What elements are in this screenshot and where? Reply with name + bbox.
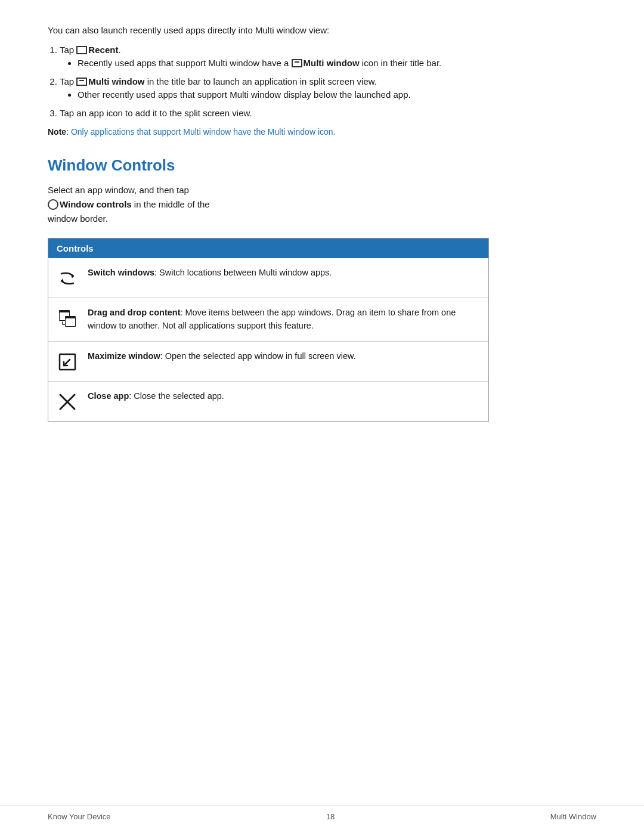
section-title: Window Controls bbox=[48, 156, 489, 175]
table-row: Maximize window: Open the selected app w… bbox=[48, 342, 488, 382]
multi-window-icon-2 bbox=[76, 78, 87, 86]
section-intro-line4: window border. bbox=[48, 213, 108, 224]
step-1-text: Tap Recent. bbox=[60, 45, 121, 55]
multi-window-label: Multi window bbox=[304, 58, 360, 68]
svg-rect-7 bbox=[66, 317, 75, 318]
switch-windows-text: Switch windows: Switch locations between… bbox=[88, 267, 480, 280]
window-controls-circle-icon bbox=[48, 199, 58, 210]
intro-paragraph: You can also launch recently used apps d… bbox=[48, 24, 489, 38]
step-1: Tap Recent. Recently used apps that supp… bbox=[60, 44, 489, 70]
close-app-label: Close app bbox=[88, 391, 129, 401]
step-2-bullet-1: Other recently used apps that support Mu… bbox=[78, 88, 489, 102]
maximize-icon-cell bbox=[57, 350, 88, 373]
section-intro-bold: Window controls bbox=[60, 199, 132, 209]
step-2-bold: Multi window bbox=[88, 76, 144, 86]
note-paragraph: Note: Only applications that support Mul… bbox=[48, 126, 489, 138]
table-row: Switch windows: Switch locations between… bbox=[48, 258, 488, 298]
section-intro-line1: Select an app window, and then tap bbox=[48, 185, 189, 195]
step-3-text: Tap an app icon to add it to the split s… bbox=[60, 108, 252, 118]
switch-windows-icon-cell bbox=[57, 267, 88, 289]
controls-header: Controls bbox=[48, 239, 488, 258]
close-app-icon bbox=[57, 391, 78, 413]
note-label: Note bbox=[48, 127, 66, 137]
step-2-text: Tap Multi window in the title bar to lau… bbox=[60, 76, 377, 86]
page-footer: Know Your Device 18 Multi Window bbox=[0, 806, 644, 821]
switch-windows-icon bbox=[57, 268, 78, 289]
footer-right: Multi Window bbox=[550, 812, 596, 821]
drag-drop-label: Drag and drop content bbox=[88, 308, 180, 317]
table-row: Close app: Close the selected app. bbox=[48, 382, 488, 421]
drag-drop-text: Drag and drop content: Move items betwee… bbox=[88, 306, 480, 333]
step-2-bullets: Other recently used apps that support Mu… bbox=[78, 88, 489, 102]
switch-windows-label: Switch windows bbox=[88, 268, 154, 277]
section-intro-line3: in the middle of the bbox=[132, 199, 210, 209]
close-app-desc: : Close the selected app. bbox=[129, 391, 224, 401]
drag-drop-icon bbox=[57, 308, 78, 329]
maximize-text: Maximize window: Open the selected app w… bbox=[88, 350, 480, 363]
close-app-text: Close app: Close the selected app. bbox=[88, 390, 480, 403]
svg-line-9 bbox=[64, 360, 70, 366]
maximize-desc: : Open the selected app window in full s… bbox=[160, 351, 356, 361]
maximize-label: Maximize window bbox=[88, 351, 160, 361]
step-2: Tap Multi window in the title bar to lau… bbox=[60, 75, 489, 102]
multi-window-small-icon bbox=[292, 59, 302, 67]
step-1-bullet-1: Recently used apps that support Multi wi… bbox=[78, 57, 489, 70]
footer-center: 18 bbox=[326, 812, 335, 821]
step-1-bullets: Recently used apps that support Multi wi… bbox=[78, 57, 489, 70]
maximize-window-icon bbox=[57, 351, 78, 373]
drag-drop-icon-cell bbox=[57, 306, 88, 329]
section-intro: Select an app window, and then tap Windo… bbox=[48, 183, 489, 226]
controls-table: Controls Switch windows: Switch location… bbox=[48, 238, 489, 422]
note-text: Only applications that support Multi win… bbox=[71, 127, 336, 137]
svg-rect-4 bbox=[60, 311, 69, 312]
steps-list: Tap Recent. Recently used apps that supp… bbox=[60, 44, 489, 120]
step-3: Tap an app icon to add it to the split s… bbox=[60, 107, 489, 120]
recent-icon bbox=[76, 46, 87, 54]
table-row: Drag and drop content: Move items betwee… bbox=[48, 298, 488, 342]
step-1-bold: Recent bbox=[88, 45, 118, 55]
switch-windows-desc: : Switch locations between Multi window … bbox=[154, 268, 332, 277]
close-app-icon-cell bbox=[57, 390, 88, 413]
footer-left: Know Your Device bbox=[48, 812, 111, 821]
note-colon: : bbox=[66, 127, 69, 137]
